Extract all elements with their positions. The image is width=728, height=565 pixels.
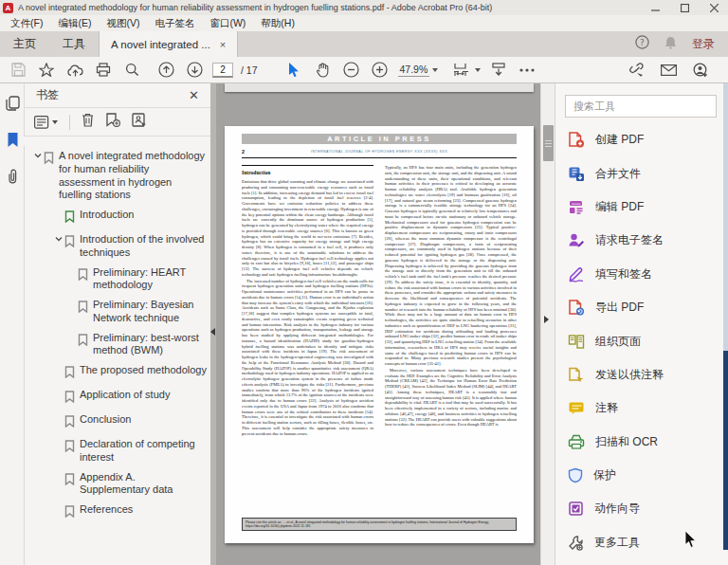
collapse-left-panel-icon[interactable] <box>210 328 215 336</box>
bookmark-icon <box>64 504 75 521</box>
bookmark-item[interactable]: Introduction of the involved techniques <box>25 233 207 260</box>
close-button[interactable] <box>710 4 719 12</box>
tool-organize-pages[interactable]: 组织页面 <box>565 324 719 357</box>
cloud-upload-icon[interactable] <box>64 60 85 81</box>
combine-files-icon <box>568 166 585 182</box>
search-tools-input[interactable] <box>565 95 717 118</box>
tool-fill-sign[interactable]: 填写和签名 <box>565 258 719 291</box>
tool-action-wizard[interactable]: 动作向导 <box>565 492 719 525</box>
zoom-out-icon[interactable] <box>341 60 362 81</box>
zoom-level-value[interactable]: 47.9% <box>398 64 430 77</box>
hand-tool-icon[interactable] <box>313 60 334 81</box>
chevron-down-icon[interactable] <box>53 236 64 242</box>
print-icon[interactable] <box>93 60 114 81</box>
action-wizard-icon <box>568 501 584 517</box>
tab-tools[interactable]: 工具 <box>49 31 99 57</box>
document-viewport[interactable]: ARTICLE IN PRESS 2 international journal… <box>216 83 555 565</box>
collapse-right-panel-icon[interactable] <box>544 316 549 323</box>
create-pdf-icon <box>568 132 585 148</box>
chevron-down-icon[interactable] <box>32 153 44 158</box>
new-bookmark-icon[interactable] <box>105 113 120 131</box>
bookmarks-options-icon[interactable] <box>34 116 58 129</box>
scan-ocr-icon <box>568 434 585 449</box>
previous-page-icon[interactable] <box>155 60 176 81</box>
maximize-button[interactable] <box>681 4 689 12</box>
email-icon[interactable] <box>658 60 679 81</box>
tool-request-esign[interactable]: 请求电子签名 <box>565 224 719 257</box>
help-icon[interactable]: ? <box>635 35 649 53</box>
select-tool-icon[interactable] <box>284 60 305 81</box>
tab-home[interactable]: 主页 <box>0 31 49 57</box>
bookmark-label[interactable]: Introduction <box>80 209 134 222</box>
delete-bookmark-trash-icon[interactable] <box>82 113 94 131</box>
zoom-in-icon[interactable] <box>370 60 391 81</box>
fit-dropdown-caret-icon[interactable] <box>475 68 481 72</box>
notifications-bell-icon[interactable] <box>664 36 677 53</box>
tool-protect[interactable]: 保护 <box>565 459 719 492</box>
bookmark-item[interactable]: Preliminary: HEART methodology <box>25 266 207 293</box>
page-display-icon[interactable] <box>488 60 509 81</box>
bookmark-label[interactable]: Appendix A. Supplementary data <box>80 471 207 498</box>
locate-current-bookmark-icon[interactable] <box>132 113 147 131</box>
menu-help[interactable]: 帮助(H) <box>254 16 301 31</box>
favorite-star-icon[interactable] <box>36 60 57 81</box>
tool-combine-files[interactable]: 合并文件 <box>565 156 719 190</box>
bookmark-label[interactable]: Preliminary: Bayesian Network technique <box>93 299 207 325</box>
tab-document[interactable]: A novel integrated ... × <box>99 31 238 57</box>
svg-text:====: ==== <box>572 201 581 206</box>
bookmark-label[interactable]: The proposed methodology <box>80 364 207 377</box>
bookmark-label[interactable]: A novel integrated methodology for human… <box>59 150 207 202</box>
bookmark-label[interactable]: Declaration of competing interest <box>80 438 207 465</box>
tool-edit-pdf[interactable]: ==== 编辑 PDF <box>565 191 719 224</box>
bookmark-label[interactable]: Introduction of the involved techniques <box>80 233 207 260</box>
tool-comment[interactable]: 注释 <box>565 392 719 425</box>
bookmark-item[interactable]: The proposed methodology <box>25 364 207 382</box>
menu-window[interactable]: 窗口(W) <box>203 16 252 31</box>
page-number-input[interactable]: 2 <box>212 63 233 78</box>
request-esign-icon <box>568 232 585 248</box>
bookmark-item[interactable]: A novel integrated methodology for human… <box>25 150 207 202</box>
fill-sign-icon <box>568 266 585 282</box>
tool-send-for-comments[interactable]: 发送以供注释 <box>565 358 719 392</box>
bookmarks-close-icon[interactable]: ✕ <box>189 88 199 102</box>
bookmark-label[interactable]: Conclusion <box>80 413 131 427</box>
attachments-paperclip-icon[interactable] <box>0 163 25 188</box>
fit-width-icon[interactable] <box>451 60 472 81</box>
send-for-comments-icon <box>568 367 585 383</box>
bookmark-item[interactable]: Application of study <box>25 389 207 407</box>
citation-highlight-box[interactable]: Please cite this article as: … et al., A… <box>242 518 517 531</box>
bookmark-item[interactable]: Preliminary: best-worst method (BWM) <box>25 332 207 358</box>
document-scrollbar[interactable] <box>540 83 555 565</box>
page-thumbnails-icon[interactable] <box>0 91 25 116</box>
menu-edit[interactable]: 编辑(E) <box>51 16 98 31</box>
more-toolbar-options-icon[interactable] <box>517 60 537 81</box>
journal-header-line: international journal of hydrogen energy… <box>253 150 505 154</box>
save-icon[interactable] <box>8 60 28 81</box>
sign-in-button[interactable]: 登录 <box>692 36 715 52</box>
share-link-icon[interactable] <box>626 60 646 81</box>
tool-create-pdf[interactable]: 创建 PDF <box>565 123 719 156</box>
menu-view[interactable]: 视图(V) <box>100 16 146 31</box>
share-with-people-icon[interactable] <box>690 60 711 81</box>
tool-scan-ocr[interactable]: 扫描和 OCR <box>565 426 719 459</box>
bookmark-label[interactable]: Application of study <box>80 389 170 402</box>
menu-esign[interactable]: 电子签名 <box>148 16 201 31</box>
bookmark-label[interactable]: Preliminary: best-worst method (BWM) <box>93 332 207 358</box>
bookmark-label[interactable]: References <box>80 503 133 517</box>
bookmark-item[interactable]: Preliminary: Bayesian Network technique <box>25 299 207 325</box>
bookmark-label[interactable]: Preliminary: HEART methodology <box>93 266 207 293</box>
bookmark-item[interactable]: References <box>25 503 207 521</box>
next-page-icon[interactable] <box>184 60 205 81</box>
tool-export-pdf[interactable]: 导出 PDF <box>565 291 719 324</box>
bookmark-item[interactable]: Conclusion <box>25 413 207 431</box>
minimize-button[interactable] <box>651 4 660 12</box>
bookmark-item[interactable]: Declaration of competing interest <box>25 438 207 465</box>
left-text-column: Introduction Emissions that drive global… <box>242 165 373 518</box>
bookmark-item[interactable]: Appendix A. Supplementary data <box>25 471 207 498</box>
menu-file[interactable]: 文件(F) <box>4 16 49 31</box>
zoom-dropdown-caret-icon[interactable] <box>432 68 438 72</box>
tab-close-icon[interactable]: × <box>220 39 226 50</box>
search-icon[interactable] <box>121 60 142 81</box>
bookmark-item[interactable]: Introduction <box>25 209 207 227</box>
document-scrollbar-thumb[interactable] <box>543 125 554 161</box>
